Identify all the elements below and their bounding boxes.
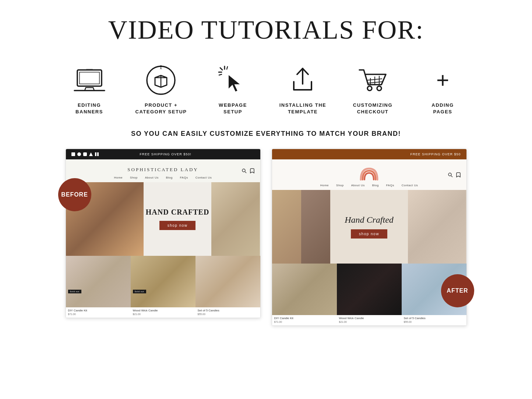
after-nav-icons [448, 172, 461, 177]
cart-icon [356, 64, 389, 97]
after-screenshot: AFTER FREE SHIPPING OVER $50 [272, 149, 467, 326]
nav-contact[interactable]: Contact Us [195, 176, 212, 179]
icon-item-installing-template: INSTALLING THETEMPLATE [279, 64, 327, 115]
after-img-1 [272, 190, 301, 264]
after-nav-links: Home Shop About Us Blog FAQs Contact Us [278, 184, 461, 187]
laptop-icon [73, 64, 106, 97]
nav-about[interactable]: About Us [145, 176, 159, 179]
icon-item-adding-pages: + ADDINGPAGES [419, 64, 466, 115]
nav-home[interactable]: Home [114, 176, 123, 179]
subtitle: SO YOU CAN EASILY CUSTOMIZE EVERYTHING T… [131, 130, 401, 138]
after-product-name-1: DIY Candle Kit [272, 315, 337, 321]
box-circle-icon [144, 64, 177, 97]
after-img-2 [301, 190, 330, 264]
svg-point-29 [448, 173, 451, 176]
after-topbar-text: FREE SHIPPING OVER $50 [410, 152, 461, 156]
icon-item-product-category: PRODUCT +CATEGORY SETUP [135, 64, 187, 115]
upload-icon [286, 64, 319, 97]
nav-faqs[interactable]: FAQs [180, 176, 188, 179]
svg-line-11 [227, 67, 228, 69]
after-shop-btn[interactable]: shop now [351, 229, 387, 239]
svg-point-15 [377, 86, 381, 91]
svg-rect-26 [97, 152, 99, 156]
after-product-name-2: Wood Wick Candle [337, 315, 402, 321]
icon-item-customizing-checkout: CUSTOMIZINGCHECKOUT [349, 64, 397, 115]
sold-out-badge-2: Sold out [133, 290, 146, 293]
svg-rect-3 [86, 69, 93, 70]
before-nav-links: Home Shop About Us Blog FAQs Contact Us [71, 176, 255, 179]
before-nav: SOPHISTICATED LADY Home Shop About Us Bl… [66, 159, 260, 182]
after-product-2: Wood Wick Candle $21.00 [337, 264, 402, 325]
icons-row: EDITINGBANNERS PRODUCT +CATEGORY SETUP [0, 64, 532, 115]
after-nav-home[interactable]: Home [320, 184, 329, 187]
cursor-sparkle-icon [216, 64, 249, 97]
icon-label-product-category: PRODUCT +CATEGORY SETUP [135, 102, 187, 115]
after-topbar: FREE SHIPPING OVER $50 [272, 149, 466, 159]
plus-symbol: + [436, 69, 449, 91]
icon-label-adding-pages: ADDINGPAGES [431, 102, 454, 115]
after-hero-right [408, 190, 466, 264]
before-screenshot: BEFORE FREE SHIPPING OVER $50! [66, 149, 261, 326]
after-nav-about[interactable]: About Us [351, 184, 365, 187]
svg-line-28 [245, 172, 246, 173]
after-nav-contact[interactable]: Contact Us [402, 184, 418, 187]
icon-label-webpage-setup: WEBPAGESETUP [219, 102, 247, 115]
svg-rect-21 [71, 152, 75, 156]
before-hero-center: HAND CRAFTED shop now [144, 182, 212, 256]
after-products-grid: DIY Candle Kit $71.00 Wood Wick Candle $… [272, 264, 466, 325]
before-hero-right [211, 182, 260, 256]
before-badge: BEFORE [58, 178, 91, 211]
after-badge: AFTER [441, 274, 474, 307]
svg-line-30 [451, 176, 452, 177]
product-price-2: $21.00 [131, 313, 195, 318]
before-product-3: Set of 5 Candles $55.00 [195, 256, 260, 318]
after-nav: Home Shop About Us Blog FAQs Contact Us [272, 159, 466, 190]
before-product-1: Sold out DIY Candle Kit $71.00 [66, 256, 131, 318]
before-store-name: SOPHISTICATED LADY [71, 167, 255, 173]
after-product-price-2: $21.00 [337, 321, 402, 325]
after-logo [278, 167, 461, 181]
icon-label-editing-banners: EDITINGBANNERS [75, 102, 103, 115]
after-hero-center: Hand Crafted shop now [330, 190, 408, 264]
before-hero: HAND CRAFTED shop now [66, 182, 260, 256]
product-price-1: $71.00 [66, 313, 131, 318]
after-nav-blog[interactable]: Blog [372, 184, 379, 187]
before-banner-text: HAND CRAFTED [146, 208, 209, 216]
after-product-price-3: $55.00 [402, 321, 466, 325]
page-wrapper: VIDEO TUTORIALS FOR: EDITINGBANNERS [0, 0, 532, 333]
after-hero: Hand Crafted shop now [272, 190, 466, 264]
after-product-1: DIY Candle Kit $71.00 [272, 264, 337, 325]
icon-item-webpage-setup: WEBPAGESETUP [209, 64, 257, 115]
after-hero-left [272, 190, 330, 264]
product-price-3: $55.00 [195, 313, 260, 318]
nav-blog[interactable]: Blog [166, 176, 173, 179]
screenshots-row: BEFORE FREE SHIPPING OVER $50! [0, 149, 532, 326]
svg-rect-1 [80, 72, 99, 84]
before-topbar-text: FREE SHIPPING OVER $50! [140, 152, 191, 156]
svg-line-10 [220, 68, 222, 70]
before-product-2: Sold out Wood Wick Candle $21.00 [131, 256, 195, 318]
svg-rect-23 [83, 152, 87, 156]
before-nav-icons [242, 168, 255, 173]
product-name-1: DIY Candle Kit [66, 307, 131, 313]
svg-marker-24 [89, 152, 93, 156]
svg-point-27 [242, 169, 245, 172]
social-icons [71, 152, 99, 156]
svg-line-12 [219, 74, 222, 75]
after-mockup-frame: FREE SHIPPING OVER $50 [272, 149, 467, 326]
after-nav-faqs[interactable]: FAQs [386, 184, 394, 187]
after-product-name-3: Set of 5 Candles [402, 315, 466, 321]
icon-label-installing-template: INSTALLING THETEMPLATE [279, 102, 327, 115]
sold-out-badge-1: Sold out [68, 290, 81, 293]
before-products-grid: Sold out DIY Candle Kit $71.00 Sold out … [66, 256, 260, 318]
svg-point-22 [77, 152, 81, 156]
svg-point-14 [367, 86, 372, 91]
after-nav-shop[interactable]: Shop [336, 184, 344, 187]
icon-item-editing-banners: EDITINGBANNERS [66, 64, 113, 115]
product-name-2: Wood Wick Candle [131, 307, 195, 313]
product-name-3: Set of 5 Candles [195, 307, 260, 313]
nav-shop[interactable]: Shop [130, 176, 138, 179]
plus-icon: + [426, 64, 459, 97]
before-shop-btn[interactable]: shop now [159, 221, 196, 230]
icon-label-customizing-checkout: CUSTOMIZINGCHECKOUT [353, 102, 392, 115]
